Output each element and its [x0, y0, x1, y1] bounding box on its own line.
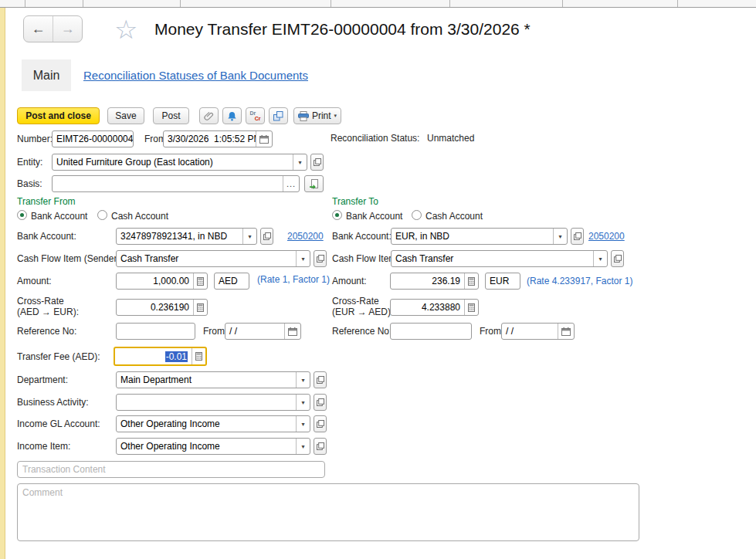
from-cash-account-radio-label[interactable]: Cash Account	[111, 211, 168, 222]
chevron-down-icon[interactable]: ▾	[296, 439, 310, 454]
from-cash-account-radio[interactable]	[97, 210, 107, 220]
open-basis-document-button[interactable]	[304, 175, 324, 192]
attachments-button[interactable]	[199, 107, 219, 124]
business-activity-open-button[interactable]	[314, 394, 327, 411]
to-bank-account-open-button[interactable]	[571, 228, 584, 245]
to-cash-flow-open-button[interactable]	[611, 250, 624, 267]
department-open-button[interactable]	[314, 371, 327, 388]
income-item-open-button[interactable]	[314, 438, 327, 455]
to-amount-field[interactable]: 236.19	[390, 273, 479, 290]
to-bank-account-radio-label[interactable]: Bank Account	[346, 211, 402, 222]
entity-label: Entity:	[17, 157, 42, 168]
calculator-button[interactable]	[464, 273, 478, 289]
from-reference-date-field[interactable]: / /	[225, 323, 301, 340]
number-label: Number:	[17, 134, 53, 144]
to-gl-account-link[interactable]: 2050200	[588, 231, 625, 242]
from-bank-account-open-button[interactable]	[260, 228, 273, 245]
forward-arrow-icon: →	[61, 21, 75, 37]
entity-field[interactable]: United Furniture Group (East location) ▾	[52, 154, 307, 171]
to-reference-field[interactable]	[390, 323, 472, 340]
chevron-down-icon[interactable]: ▾	[593, 251, 607, 266]
chevron-down-icon[interactable]: ▾	[296, 251, 310, 266]
basis-field[interactable]: ...	[52, 175, 300, 192]
reconciliation-status-value: Unmatched	[427, 133, 474, 144]
date-field[interactable]: 3/30/2026 1:05:52 PM	[163, 130, 273, 147]
to-cash-flow-item-label: Cash Flow Item:	[332, 253, 399, 264]
calendar-picker-button[interactable]	[256, 131, 272, 147]
calendar-icon	[561, 327, 571, 336]
basis-label: Basis:	[17, 178, 42, 189]
department-field[interactable]: Main Department ▾	[116, 371, 310, 388]
from-amount-label: Amount:	[17, 276, 52, 286]
to-cash-account-radio[interactable]	[412, 210, 422, 220]
to-reference-date-field[interactable]: / /	[501, 323, 575, 340]
income-gl-account-label: Income GL Account:	[17, 418, 100, 429]
number-field[interactable]: EIMT26-00000004	[52, 130, 134, 147]
open-form-icon	[317, 398, 324, 406]
related-documents-button[interactable]	[269, 107, 288, 124]
forward-button[interactable]: →	[53, 16, 82, 42]
transfer-fee-label: Transfer Fee (AED):	[17, 351, 100, 362]
save-button[interactable]: Save	[107, 107, 144, 124]
favorite-star-icon[interactable]: ☆	[114, 15, 137, 44]
to-cross-rate-label-line1: Cross-Rate	[332, 296, 379, 307]
to-currency-field[interactable]: EUR	[485, 273, 520, 290]
open-form-icon	[317, 376, 324, 384]
from-cash-flow-open-button[interactable]	[314, 250, 327, 267]
income-gl-account-field[interactable]: Other Operating Income ▾	[116, 415, 310, 432]
from-amount-field[interactable]: 1,000.00	[116, 273, 208, 290]
from-reference-field[interactable]	[116, 323, 195, 340]
calendar-picker-button[interactable]	[284, 324, 300, 339]
to-rate-note[interactable]: (Rate 4.233917, Factor 1)	[527, 276, 632, 286]
left-accent-bar	[0, 8, 5, 559]
from-cross-rate-label-line2: (AED → EUR):	[17, 307, 79, 317]
back-button[interactable]: ←	[24, 16, 53, 42]
from-bank-account-radio[interactable]	[17, 210, 27, 220]
income-gl-account-open-button[interactable]	[314, 415, 327, 432]
from-rate-note[interactable]: (Rate 1, Factor 1)	[257, 274, 333, 285]
business-activity-field[interactable]: ▾	[116, 394, 310, 411]
tab-reconciliation-statuses[interactable]: Reconciliation Statuses of Bank Document…	[83, 69, 308, 82]
from-bank-account-radio-label[interactable]: Bank Account	[31, 211, 87, 222]
chevron-down-icon[interactable]: ▾	[296, 416, 310, 432]
calendar-picker-button[interactable]	[558, 324, 574, 339]
open-form-icon	[317, 420, 324, 428]
post-button[interactable]: Post	[153, 107, 189, 124]
calculator-button[interactable]	[193, 273, 207, 289]
basis-choose-button[interactable]: ...	[283, 176, 299, 191]
to-bank-account-radio[interactable]	[332, 210, 342, 220]
comment-input[interactable]	[17, 483, 639, 541]
chevron-down-icon[interactable]: ▾	[293, 154, 307, 170]
transfer-fee-field[interactable]: -0.01	[114, 347, 207, 366]
paperclip-icon	[204, 111, 214, 121]
chevron-down-icon[interactable]: ▾	[242, 229, 256, 244]
posting-entries-button[interactable]: DrCr	[246, 107, 265, 124]
post-and-close-label: Post and close	[25, 110, 91, 121]
to-bank-account-field[interactable]: EUR, in NBD ▾	[391, 228, 568, 245]
post-and-close-button[interactable]: Post and close	[17, 107, 100, 124]
chevron-down-icon[interactable]: ▾	[296, 372, 310, 388]
to-cross-rate-field[interactable]: 4.233880	[390, 299, 479, 316]
to-cash-flow-item-field[interactable]: Cash Transfer ▾	[391, 250, 608, 267]
transaction-content-input[interactable]	[17, 461, 325, 478]
history-nav-group: ← →	[23, 15, 83, 42]
from-currency-field[interactable]: AED	[214, 273, 249, 290]
calculator-button[interactable]	[464, 300, 478, 315]
from-bank-account-field[interactable]: 32478978921341, in NBD ▾	[116, 228, 257, 245]
to-cash-account-radio-label[interactable]: Cash Account	[425, 211, 483, 222]
from-cash-flow-item-field[interactable]: Cash Transfer ▾	[116, 250, 310, 267]
chevron-down-icon[interactable]: ▾	[553, 229, 567, 244]
tab-main[interactable]: Main	[22, 59, 71, 91]
income-item-label: Income Item:	[17, 441, 70, 452]
print-button[interactable]: Print ▾	[293, 107, 341, 124]
chevron-down-icon[interactable]: ▾	[296, 395, 310, 410]
income-item-field[interactable]: Other Operating Income ▾	[116, 438, 310, 455]
page-title: Money Transfer EIMT26-00000004 from 3/30…	[154, 20, 531, 39]
from-gl-account-link[interactable]: 2050200	[287, 231, 324, 242]
calendar-icon	[259, 135, 269, 144]
entity-open-button[interactable]	[310, 154, 324, 171]
calculator-button[interactable]	[193, 300, 207, 315]
reminder-button[interactable]	[222, 107, 242, 124]
calculator-button[interactable]	[192, 348, 205, 364]
from-cross-rate-field[interactable]: 0.236190	[116, 299, 208, 316]
